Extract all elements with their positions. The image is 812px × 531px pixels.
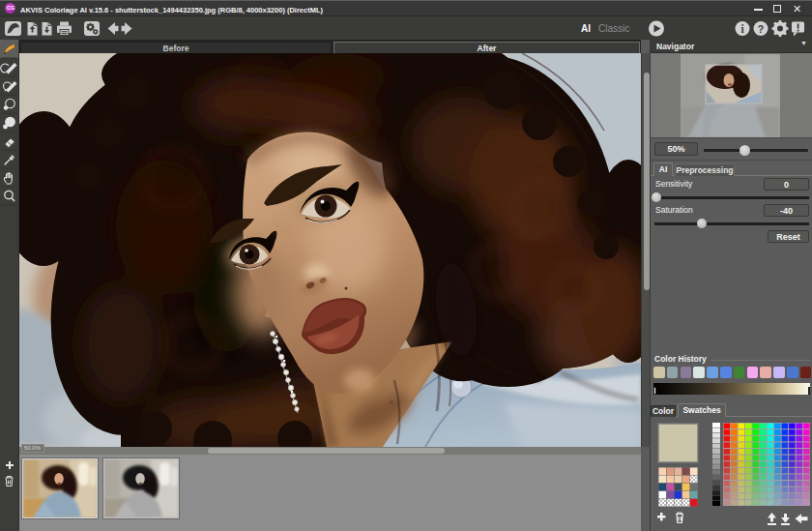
svg-text:Classic: Classic: [598, 23, 629, 34]
svg-text:?: ?: [758, 23, 764, 35]
svg-text:AI: AI: [581, 23, 591, 34]
